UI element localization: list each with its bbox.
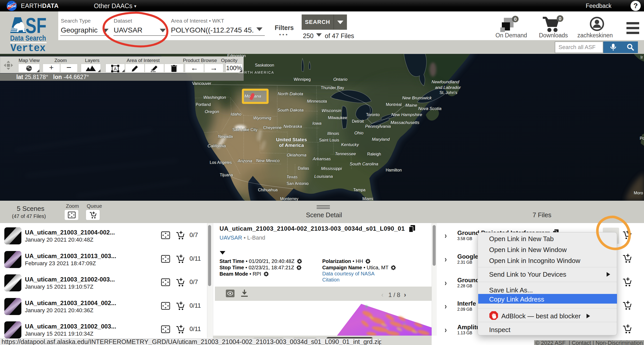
svg-text:Wisconsin: Wisconsin xyxy=(321,108,341,113)
svg-text:United States: United States xyxy=(276,137,307,142)
svg-text:Maine: Maine xyxy=(405,103,417,108)
svg-text:Ir: Ir xyxy=(640,55,643,59)
svg-text:Data Search: Data Search xyxy=(10,34,46,42)
svg-text:South Carolina: South Carolina xyxy=(350,162,378,166)
svg-text:Tijuana: Tijuana xyxy=(220,173,233,177)
svg-text:Pennsylvania: Pennsylvania xyxy=(365,124,391,129)
svg-text:NASA: NASA xyxy=(8,5,16,8)
svg-text:Vertex: Vertex xyxy=(10,43,46,52)
svg-text:Salt Lake City: Salt Lake City xyxy=(232,128,258,132)
svg-text:Iowa: Iowa xyxy=(312,121,321,126)
svg-text:Vancouver: Vancouver xyxy=(192,81,211,86)
svg-text:Po: Po xyxy=(640,136,644,140)
svg-text:California: California xyxy=(208,144,226,148)
svg-text:Arizona: Arizona xyxy=(237,159,252,163)
svg-text:Kentucky: Kentucky xyxy=(341,142,359,147)
svg-text:Oregon: Oregon xyxy=(205,109,219,114)
svg-text:Raleigh: Raleigh xyxy=(367,152,381,156)
svg-text:Arkansas: Arkansas xyxy=(313,156,331,161)
svg-text:Wyoming: Wyoming xyxy=(253,116,271,120)
svg-text:0: 0 xyxy=(559,16,562,21)
svg-text:Idaho: Idaho xyxy=(231,112,242,117)
svg-text:Tennessee: Tennessee xyxy=(335,151,356,156)
svg-text:of America: of America xyxy=(279,143,304,148)
svg-text:Ohio: Ohio xyxy=(354,131,363,135)
svg-text:New Brunswick: New Brunswick xyxy=(402,96,432,100)
svg-text:A: A xyxy=(114,67,117,71)
svg-text:Louisiana: Louisiana xyxy=(314,174,333,179)
svg-text:Moro: Moro xyxy=(634,191,643,195)
svg-text:Miami: Miami xyxy=(362,197,373,201)
svg-text:Nova Scotia: Nova Scotia xyxy=(418,106,442,111)
svg-text:Ontario: Ontario xyxy=(333,77,347,82)
svg-text:and Labrador: and Labrador xyxy=(435,85,461,90)
svg-text:Nebraska: Nebraska xyxy=(284,124,302,129)
svg-text:Maryland: Maryland xyxy=(372,137,390,142)
svg-text:Saskatoon: Saskatoon xyxy=(255,63,274,67)
svg-text:Newfoundland: Newfoundland xyxy=(432,80,459,84)
svg-text:Illinois: Illinois xyxy=(327,131,339,136)
svg-text:Mississippi: Mississippi xyxy=(321,166,342,171)
svg-text:New Hampshire: New Hampshire xyxy=(391,112,422,117)
svg-text:Dallas: Dallas xyxy=(298,166,309,170)
svg-text:Oklahoma: Oklahoma xyxy=(287,153,306,158)
svg-text:Detroit: Detroit xyxy=(352,119,364,123)
svg-text:Montréal: Montréal xyxy=(386,102,402,107)
svg-text:South Dakota: South Dakota xyxy=(277,108,303,113)
svg-text:Texas: Texas xyxy=(286,175,298,179)
svg-text:Chihuahua: Chihuahua xyxy=(258,188,278,192)
svg-text:Hamilton: Hamilton xyxy=(386,168,402,172)
svg-text:Massachusetts: Massachusetts xyxy=(390,120,419,125)
svg-text:Minnesota: Minnesota xyxy=(307,99,327,104)
svg-text:Tampa: Tampa xyxy=(353,188,365,192)
svg-text:Monterrey: Monterrey xyxy=(280,197,298,201)
svg-text:Los Angeles: Los Angeles xyxy=(210,160,232,165)
svg-text:Winnipeg: Winnipeg xyxy=(294,77,311,82)
svg-text:St. John's: St. John's xyxy=(440,90,457,95)
svg-text:Portland: Portland xyxy=(196,102,211,107)
svg-text:Washington: Washington xyxy=(203,95,226,100)
svg-text:North Dakota: North Dakota xyxy=(278,91,303,96)
svg-text:San Antonio: San Antonio xyxy=(287,181,309,186)
svg-text:0: 0 xyxy=(514,17,517,22)
svg-text:Milwaukee: Milwaukee xyxy=(328,116,347,120)
svg-text:Nevada: Nevada xyxy=(218,134,233,139)
svg-text:Toronto: Toronto xyxy=(366,113,379,117)
svg-text:Cheyenne: Cheyenne xyxy=(263,126,282,130)
svg-text:Thunder Bay: Thunder Bay xyxy=(321,86,344,90)
svg-text:Saint Louis: Saint Louis xyxy=(319,138,339,142)
svg-text:New Mexico: New Mexico xyxy=(256,158,280,163)
